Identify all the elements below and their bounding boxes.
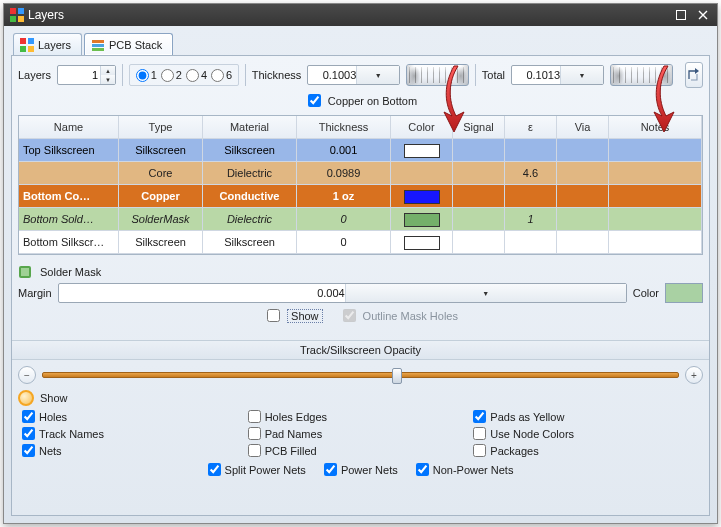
table-cell[interactable]: Bottom Silkscr… [19,231,119,254]
radio-2[interactable]: 2 [161,69,182,82]
chk-split-power-nets[interactable]: Split Power Nets [208,463,306,476]
table-cell[interactable] [557,185,609,208]
chevron-down-icon[interactable]: ▼ [560,66,603,84]
color-swatch[interactable] [404,213,440,227]
table-cell[interactable]: 0 [297,208,391,231]
table-cell[interactable]: 1 oz [297,185,391,208]
table-cell[interactable] [391,231,453,254]
table-cell[interactable] [557,162,609,185]
color-swatch[interactable] [404,144,440,158]
mask-show-checkbox[interactable] [267,309,280,322]
mask-color-swatch[interactable] [665,283,703,303]
table-cell[interactable]: Bottom Co… [19,185,119,208]
table-cell[interactable]: 1 [505,208,557,231]
chk-pcb-filled[interactable]: PCB Filled [248,444,474,457]
chk-non-power-nets[interactable]: Non-Power Nets [416,463,514,476]
table-cell[interactable] [453,162,505,185]
table-cell[interactable] [391,139,453,162]
table-cell[interactable] [505,231,557,254]
table-cell[interactable]: 0.0989 [297,162,391,185]
tab-pcb-stack[interactable]: PCB Stack [84,33,173,55]
table-row[interactable]: Bottom Sold…SolderMaskDielectric01 [19,208,702,231]
table-row[interactable]: Top SilkscreenSilkscreenSilkscreen0.001 [19,139,702,162]
table-cell[interactable]: Silkscreen [119,139,203,162]
total-dropdown[interactable]: 0.1013 ▼ [511,65,604,85]
table-cell[interactable]: Copper [119,185,203,208]
col-epsilon[interactable]: ε [505,116,557,139]
chk-use-node-colors[interactable]: Use Node Colors [473,427,699,440]
color-swatch[interactable] [404,190,440,204]
slider-track[interactable] [42,372,679,378]
table-cell[interactable] [609,139,702,162]
table-cell[interactable] [609,185,702,208]
chevron-down-icon[interactable]: ▼ [356,66,399,84]
table-cell[interactable]: Top Silkscreen [19,139,119,162]
chk-pads-yellow[interactable]: Pads as Yellow [473,410,699,423]
opacity-slider[interactable]: − + [18,360,703,386]
chk-packages[interactable]: Packages [473,444,699,457]
radio-1[interactable]: 1 [136,69,157,82]
table-cell[interactable] [391,162,453,185]
table-cell[interactable] [505,139,557,162]
layers-spinner[interactable]: ▲▼ [57,65,116,85]
margin-dropdown[interactable]: 0.004 ▼ [58,283,627,303]
chk-holes[interactable]: Holes [22,410,248,423]
total-dial[interactable] [610,64,673,86]
table-cell[interactable] [557,139,609,162]
table-row[interactable]: Bottom Co…CopperConductive1 oz [19,185,702,208]
table-cell[interactable]: 0 [297,231,391,254]
expand-button[interactable] [685,62,703,88]
col-signal[interactable]: Signal [453,116,505,139]
table-cell[interactable]: Silkscreen [203,231,297,254]
tab-layers[interactable]: Layers [13,33,82,55]
layers-spinner-down[interactable]: ▼ [100,75,115,84]
col-color[interactable]: Color [391,116,453,139]
layers-spinner-input[interactable] [58,69,100,81]
table-cell[interactable]: Core [119,162,203,185]
table-cell[interactable] [453,231,505,254]
slider-thumb[interactable] [392,368,402,384]
table-cell[interactable]: Dielectric [203,208,297,231]
radio-4[interactable]: 4 [186,69,207,82]
col-thickness[interactable]: Thickness [297,116,391,139]
chk-holes-edges[interactable]: Holes Edges [248,410,474,423]
thickness-dropdown[interactable]: 0.1003 ▼ [307,65,400,85]
table-cell[interactable]: 4.6 [505,162,557,185]
col-notes[interactable]: Notes [609,116,702,139]
slider-plus[interactable]: + [685,366,703,384]
table-cell[interactable] [453,208,505,231]
table-cell[interactable] [609,162,702,185]
col-name[interactable]: Name [19,116,119,139]
table-cell[interactable] [391,208,453,231]
table-cell[interactable]: Silkscreen [119,231,203,254]
table-cell[interactable] [505,185,557,208]
table-row[interactable]: Bottom Silkscr…SilkscreenSilkscreen0 [19,231,702,254]
copper-bottom-checkbox[interactable] [308,94,321,107]
table-cell[interactable] [453,185,505,208]
table-cell[interactable] [557,231,609,254]
col-material[interactable]: Material [203,116,297,139]
table-cell[interactable]: Conductive [203,185,297,208]
show-toggle[interactable]: Show [18,390,703,406]
table-row[interactable]: CoreDielectric0.09894.6 [19,162,702,185]
chk-power-nets[interactable]: Power Nets [324,463,398,476]
col-via[interactable]: Via [557,116,609,139]
table-cell[interactable]: Dielectric [203,162,297,185]
table-cell[interactable]: Bottom Sold… [19,208,119,231]
table-cell[interactable] [557,208,609,231]
chevron-down-icon[interactable]: ▼ [345,284,626,302]
radio-6[interactable]: 6 [211,69,232,82]
table-cell[interactable]: Silkscreen [203,139,297,162]
slider-minus[interactable]: − [18,366,36,384]
table-cell[interactable] [391,185,453,208]
table-cell[interactable] [609,208,702,231]
layers-spinner-up[interactable]: ▲ [100,66,115,75]
color-swatch[interactable] [404,236,440,250]
table-cell[interactable]: 0.001 [297,139,391,162]
maximize-button[interactable] [673,7,689,23]
chk-track-names[interactable]: Track Names [22,427,248,440]
thickness-dial[interactable] [406,64,469,86]
close-button[interactable] [695,7,711,23]
table-cell[interactable] [19,162,119,185]
chk-nets[interactable]: Nets [22,444,248,457]
